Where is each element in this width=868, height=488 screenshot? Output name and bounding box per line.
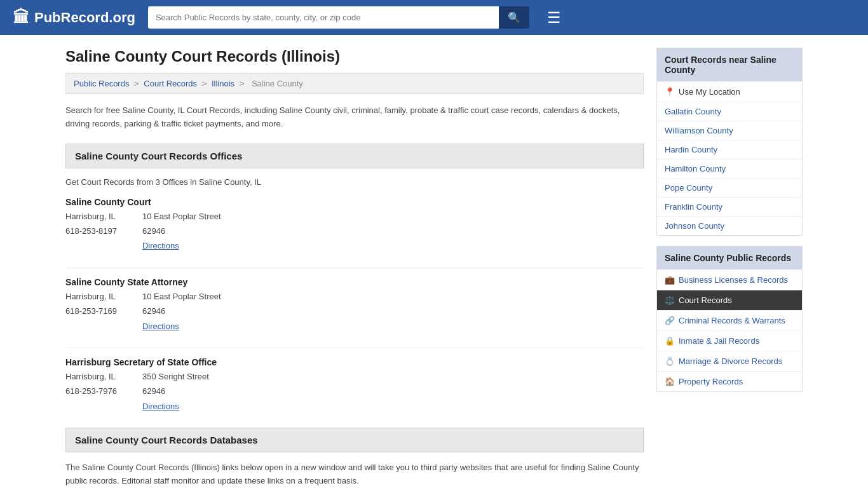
page-title: Saline County Court Records (Illinois): [65, 48, 644, 65]
site-logo[interactable]: 🏛 PubRecord.org: [13, 8, 135, 27]
nearby-counties-list: Court Records near Saline County 📍 Use M…: [656, 48, 803, 236]
office-city-1: Harrisburg, IL: [65, 289, 117, 304]
databases-section-header: Saline County Court Records Databases: [65, 428, 644, 452]
logo-icon: 🏛: [13, 8, 29, 27]
location-icon: 📍: [665, 87, 675, 97]
sidebar: Court Records near Saline County 📍 Use M…: [656, 48, 803, 488]
sidebar-business-label: Business Licenses & Records: [679, 275, 788, 285]
public-records-list: Saline County Public Records 💼 Business …: [656, 246, 803, 392]
office-phone-2: 618-253-7976: [65, 384, 117, 398]
office-address-2: 350 Seright Street: [142, 369, 209, 384]
sidebar-county-0[interactable]: Gallatin County: [657, 102, 802, 121]
criminal-icon: 🔗: [665, 316, 675, 325]
nearby-counties-header: Court Records near Saline County: [657, 48, 802, 81]
office-city-0: Harrisburg, IL: [65, 209, 117, 224]
sidebar-criminal-label: Criminal Records & Warrants: [679, 316, 785, 325]
sidebar-county-1[interactable]: Williamson County: [657, 121, 802, 140]
sidebar-inmate-records[interactable]: 🔒 Inmate & Jail Records: [657, 330, 802, 351]
databases-description: The Saline County Court Records (Illinoi…: [65, 461, 644, 488]
page-container: Saline County Court Records (Illinois) P…: [53, 35, 815, 488]
logo-text: PubRecord.org: [34, 10, 135, 26]
office-city-2: Harrisburg, IL: [65, 369, 117, 384]
breadcrumb-illinois[interactable]: Illinois: [212, 79, 234, 88]
breadcrumb-sep-3: >: [240, 79, 247, 88]
page-description: Search for free Saline County, IL Court …: [65, 104, 644, 131]
directions-link-0[interactable]: Directions: [142, 241, 179, 250]
search-button[interactable]: 🔍: [499, 6, 529, 29]
sidebar-property-label: Property Records: [679, 377, 743, 386]
office-zip-2: 62946: [142, 384, 209, 398]
office-right-0: 10 East Poplar Street 62946 Directions: [142, 209, 221, 254]
office-entry-0: Saline County Court Harrisburg, IL 618-2…: [65, 197, 644, 254]
office-details-2: Harrisburg, IL 618-253-7976 350 Seright …: [65, 369, 644, 414]
property-icon: 🏠: [665, 377, 675, 386]
sidebar-marriage-records[interactable]: 💍 Marriage & Divorce Records: [657, 351, 802, 371]
office-left-0: Harrisburg, IL 618-253-8197: [65, 209, 117, 254]
breadcrumb-public-records[interactable]: Public Records: [74, 79, 129, 88]
sidebar-inmate-label: Inmate & Jail Records: [679, 336, 759, 346]
office-phone-1: 618-253-7169: [65, 304, 117, 318]
office-details-0: Harrisburg, IL 618-253-8197 10 East Popl…: [65, 209, 644, 254]
menu-button[interactable]: ☰: [547, 9, 561, 27]
sidebar-county-4[interactable]: Pope County: [657, 178, 802, 197]
office-entry-1: Saline County State Attorney Harrisburg,…: [65, 277, 644, 334]
office-entry-2: Harrisburg Secretary of State Office Har…: [65, 357, 644, 414]
sidebar-court-label: Court Records: [679, 295, 732, 305]
office-left-2: Harrisburg, IL 618-253-7976: [65, 369, 117, 414]
main-content: Saline County Court Records (Illinois) P…: [65, 48, 644, 488]
search-bar: 🔍: [148, 6, 529, 29]
sidebar-court-records[interactable]: ⚖️ Court Records: [657, 290, 802, 310]
directions-link-2[interactable]: Directions: [142, 402, 179, 411]
office-details-1: Harrisburg, IL 618-253-7169 10 East Popl…: [65, 289, 644, 334]
office-zip-1: 62946: [142, 304, 221, 318]
sidebar-county-6[interactable]: Johnson County: [657, 216, 802, 235]
sidebar-county-2[interactable]: Hardin County: [657, 140, 802, 159]
marriage-icon: 💍: [665, 356, 675, 366]
breadcrumb: Public Records > Court Records > Illinoi…: [65, 73, 644, 94]
office-zip-0: 62946: [142, 224, 221, 238]
office-phone-0: 618-253-8197: [65, 224, 117, 238]
sidebar-county-3[interactable]: Hamilton County: [657, 159, 802, 178]
sidebar-county-5[interactable]: Franklin County: [657, 197, 802, 216]
office-right-2: 350 Seright Street 62946 Directions: [142, 369, 209, 414]
office-left-1: Harrisburg, IL 618-253-7169: [65, 289, 117, 334]
search-input[interactable]: [148, 6, 499, 29]
site-header: 🏛 PubRecord.org 🔍 ☰: [0, 0, 868, 35]
breadcrumb-sep-2: >: [202, 79, 209, 88]
court-icon: ⚖️: [665, 295, 675, 305]
sidebar-business-licenses[interactable]: 💼 Business Licenses & Records: [657, 269, 802, 290]
office-address-1: 10 East Poplar Street: [142, 289, 221, 304]
offices-section-header: Saline County Court Records Offices: [65, 144, 644, 168]
use-my-location[interactable]: 📍 Use My Location: [657, 81, 802, 102]
office-name-1: Saline County State Attorney: [65, 277, 644, 287]
office-right-1: 10 East Poplar Street 62946 Directions: [142, 289, 221, 334]
business-icon: 💼: [665, 275, 675, 285]
sidebar-property-records[interactable]: 🏠 Property Records: [657, 371, 802, 391]
office-address-0: 10 East Poplar Street: [142, 209, 221, 224]
breadcrumb-court-records[interactable]: Court Records: [144, 79, 197, 88]
use-my-location-label: Use My Location: [679, 87, 740, 97]
public-records-header: Saline County Public Records: [657, 247, 802, 269]
inmate-icon: 🔒: [665, 336, 675, 346]
offices-count: Get Court Records from 3 Offices in Sali…: [65, 177, 644, 187]
breadcrumb-sep-1: >: [134, 79, 141, 88]
sidebar-criminal-records[interactable]: 🔗 Criminal Records & Warrants: [657, 310, 802, 330]
breadcrumb-county: Saline County: [252, 79, 303, 88]
directions-link-1[interactable]: Directions: [142, 322, 179, 331]
office-name-0: Saline County Court: [65, 197, 644, 207]
sidebar-marriage-label: Marriage & Divorce Records: [679, 356, 782, 366]
office-name-2: Harrisburg Secretary of State Office: [65, 357, 644, 367]
